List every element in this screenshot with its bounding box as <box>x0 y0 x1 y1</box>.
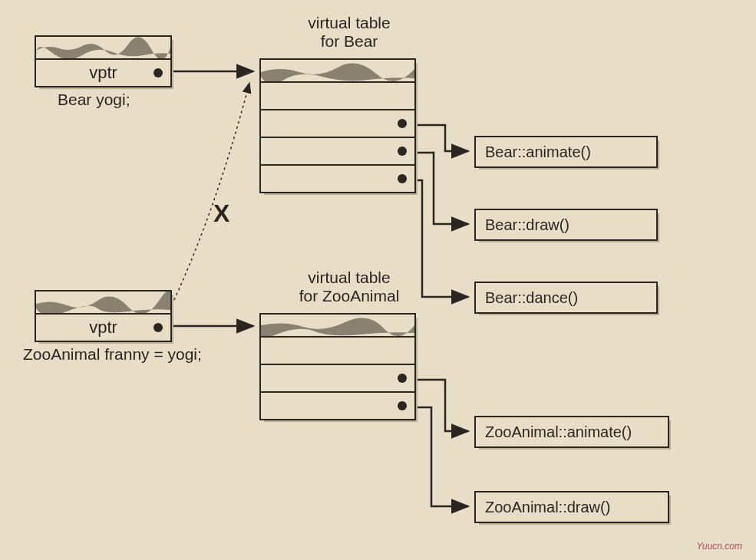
bear-vtable-box <box>259 58 416 193</box>
method-bear-dance: Bear::dance() <box>474 282 658 314</box>
vtable-diagram: vptr Bear yogi; vptr ZooAnimal franny = … <box>0 0 756 560</box>
zooanimal-vtable-title: virtual table for ZooAnimal <box>276 268 422 305</box>
x-annotation: X <box>213 199 229 228</box>
pointer-dot <box>398 401 407 410</box>
box-wavy-header <box>36 292 170 315</box>
bear-vtable-typeinfo <box>261 83 414 110</box>
pointer-dot <box>154 68 163 77</box>
method-bear-animate: Bear::animate() <box>474 136 658 168</box>
pointer-dot <box>398 374 407 383</box>
pointer-dot <box>398 147 407 156</box>
box-wavy-header <box>36 37 170 60</box>
pointer-dot <box>398 174 407 183</box>
zooanimal-vtable-slot1 <box>261 365 414 393</box>
franny-caption: ZooAnimal franny = yogi; <box>23 345 202 364</box>
method-label: ZooAnimal::draw() <box>476 492 668 522</box>
zooanimal-vtable-box <box>259 313 416 420</box>
pointer-dot <box>398 119 407 128</box>
method-label: Bear::dance() <box>476 283 656 312</box>
vtable-title-line1: virtual table <box>308 14 390 31</box>
box-wavy-header <box>261 60 414 83</box>
vtable-title-line2: for Bear <box>321 32 378 50</box>
vtable-title-line1: virtual table <box>308 268 390 286</box>
method-label: Bear::animate() <box>476 137 656 166</box>
yogi-caption: Bear yogi; <box>58 91 130 109</box>
method-label: ZooAnimal::animate() <box>476 417 668 446</box>
pointer-dot <box>154 323 163 332</box>
bear-vtable-slot3 <box>261 166 414 192</box>
method-zoo-draw: ZooAnimal::draw() <box>474 491 669 523</box>
zooanimal-vtable-typeinfo <box>261 338 414 365</box>
vptr-label: vptr <box>89 318 117 338</box>
watermark: Yuucn.com <box>696 541 742 552</box>
yogi-object-box: vptr <box>35 35 172 87</box>
yogi-vptr-row: vptr <box>36 60 170 86</box>
zooanimal-vtable-slot2 <box>261 393 414 419</box>
bear-vtable-slot2 <box>261 138 414 166</box>
vptr-label: vptr <box>89 63 117 83</box>
bear-vtable-title: virtual table for Bear <box>284 14 414 51</box>
box-wavy-header <box>261 315 414 338</box>
method-zoo-animate: ZooAnimal::animate() <box>474 416 669 448</box>
bear-vtable-slot1 <box>261 110 414 138</box>
franny-object-box: vptr <box>35 290 172 342</box>
method-bear-draw: Bear::draw() <box>474 209 658 241</box>
vtable-title-line2: for ZooAnimal <box>299 287 400 305</box>
franny-vptr-row: vptr <box>36 315 170 341</box>
method-label: Bear::draw() <box>476 210 656 239</box>
